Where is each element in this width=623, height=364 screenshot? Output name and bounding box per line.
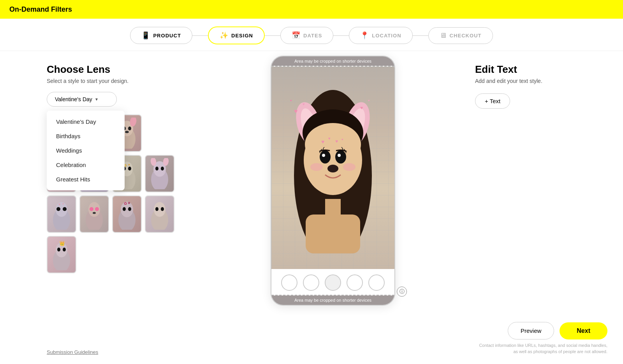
choose-lens-title: Choose Lens [47, 63, 191, 76]
dropdown-option-weddings[interactable]: Weddings [47, 143, 125, 158]
app-title: On-Demand Filters [9, 5, 72, 14]
lens-preview-8: ♥ ♥ [50, 199, 73, 230]
step-connector-1 [192, 35, 208, 36]
phone-bottom-notice: Area may be cropped on shorter devices [271, 295, 394, 305]
disclaimer-text: Contact information like URLs, hashtags,… [475, 343, 607, 355]
face-illustration: ♥ ♥ ♥ ♥ [282, 67, 384, 253]
preview-button[interactable]: Preview [508, 322, 554, 339]
dates-icon: 📅 [292, 31, 300, 40]
face-with-filter-svg: ♥ ♥ ♥ ♥ [282, 67, 384, 253]
dropdown-option-greatest-hits[interactable]: Greatest Hits [47, 172, 125, 186]
phone-preview-background: ♥ ♥ ♥ ♥ [271, 67, 394, 269]
add-text-button[interactable]: + Text [475, 93, 510, 109]
svg-point-89 [320, 150, 331, 164]
svg-text:👑: 👑 [59, 240, 65, 246]
svg-point-68 [155, 207, 158, 211]
svg-point-51 [56, 207, 60, 211]
svg-rect-77 [325, 199, 341, 222]
svg-text:♥: ♥ [341, 138, 343, 141]
dropdown-option-celebration[interactable]: Celebration [47, 158, 125, 172]
step-design-label: DESIGN [231, 33, 253, 39]
svg-text:♥: ♥ [290, 99, 292, 102]
lens-thumb-7[interactable] [145, 155, 174, 192]
svg-point-52 [63, 207, 67, 211]
lens-thumb-8[interactable]: ♥ ♥ [47, 195, 76, 233]
product-icon: 📱 [141, 31, 150, 40]
step-design[interactable]: ✨ DESIGN [208, 26, 265, 44]
info-icon-container: ⓘ [397, 287, 407, 297]
svg-point-74 [63, 248, 66, 251]
edit-text-subtitle: Add and edit your text style. [475, 78, 607, 84]
edit-text-title: Edit Text [475, 63, 607, 76]
svg-text:♥: ♥ [335, 139, 338, 144]
svg-point-84 [305, 123, 361, 166]
lens-preview-7 [148, 158, 171, 189]
submission-guidelines-link[interactable]: Submission Guidelines [47, 349, 98, 355]
choose-lens-subtitle: Select a style to start your design. [47, 78, 191, 84]
next-button[interactable]: Next [560, 322, 607, 339]
lens-preview-12: 👑 [50, 239, 73, 270]
svg-point-92 [338, 154, 341, 157]
category-dropdown-container: Valentine's Day ▾ Valentine's Day Birthd… [47, 92, 117, 107]
filter-circle-1[interactable] [281, 274, 297, 291]
lens-thumb-12[interactable]: 👑 [47, 236, 76, 273]
location-icon: 📍 [360, 31, 369, 40]
svg-point-69 [161, 207, 164, 211]
lens-preview-9 [83, 199, 106, 230]
svg-text:♥: ♥ [294, 108, 298, 114]
svg-text:❀: ❀ [128, 201, 130, 205]
category-dropdown-button[interactable]: Valentine's Day ▾ [47, 92, 117, 107]
left-panel: Choose Lens Select a style to start your… [0, 51, 206, 364]
svg-point-48 [161, 167, 164, 171]
lens-thumb-10[interactable]: ✿ ❀ [112, 195, 142, 233]
step-location-label: LOCATION [372, 33, 401, 39]
filter-circle-5[interactable] [368, 274, 385, 291]
step-checkout[interactable]: 🖥 CHECKOUT [428, 27, 493, 44]
filter-circle-3[interactable] [325, 274, 341, 291]
step-connector-4 [413, 35, 428, 36]
step-dates[interactable]: 📅 DATES [280, 27, 333, 44]
svg-text:♥: ♥ [360, 105, 363, 111]
step-location[interactable]: 📍 LOCATION [349, 27, 412, 44]
lens-thumb-11[interactable] [145, 195, 174, 233]
phone-filter-circles [271, 269, 394, 295]
filter-circle-4[interactable] [347, 274, 363, 291]
svg-point-24 [125, 131, 129, 133]
svg-text:♥: ♥ [58, 202, 60, 206]
svg-text:♥: ♥ [328, 136, 331, 141]
phone-preview-image: ♥ ♥ ♥ ♥ [271, 67, 394, 269]
step-navigation: 📱 PRODUCT ✨ DESIGN 📅 DATES 📍 LOCATION 🖥 … [0, 19, 623, 51]
svg-point-23 [128, 127, 131, 130]
svg-text:♥: ♥ [303, 102, 305, 106]
bottom-buttons: Preview Next [508, 322, 607, 339]
top-bar: On-Demand Filters [0, 0, 623, 19]
svg-point-40 [128, 167, 131, 171]
step-connector-3 [333, 35, 349, 36]
svg-point-61 [121, 202, 133, 217]
add-text-label: + Text [485, 98, 500, 104]
svg-point-91 [322, 154, 325, 157]
svg-text:♥: ♥ [321, 139, 324, 145]
svg-point-64 [123, 207, 126, 211]
dropdown-option-valentines[interactable]: Valentine's Day [47, 114, 125, 129]
step-checkout-label: CHECKOUT [450, 33, 482, 39]
svg-text:✿: ✿ [124, 201, 127, 206]
phone-top-notice: Area may be cropped on shorter devices [271, 56, 394, 66]
phone-frame: Area may be cropped on shorter devices [271, 56, 395, 306]
info-icon[interactable]: ⓘ [397, 287, 407, 297]
category-dropdown-menu: Valentine's Day Birthdays Weddings Celeb… [47, 111, 125, 190]
step-dates-label: DATES [303, 33, 322, 39]
svg-text:✦: ✦ [128, 163, 130, 167]
bottom-actions: Preview Next Contact information like UR… [428, 315, 623, 364]
dropdown-option-birthdays[interactable]: Birthdays [47, 129, 125, 143]
center-panel: Area may be cropped on shorter devices [206, 51, 459, 364]
svg-point-90 [335, 150, 346, 164]
filter-circle-2[interactable] [303, 274, 319, 291]
chevron-down-icon: ▾ [95, 97, 98, 102]
lens-thumb-empty [145, 114, 174, 152]
svg-point-59 [93, 212, 96, 214]
step-product[interactable]: 📱 PRODUCT [130, 27, 192, 44]
lens-preview-10: ✿ ❀ [115, 199, 139, 230]
svg-point-57 [90, 207, 93, 211]
lens-thumb-9[interactable] [79, 195, 109, 233]
